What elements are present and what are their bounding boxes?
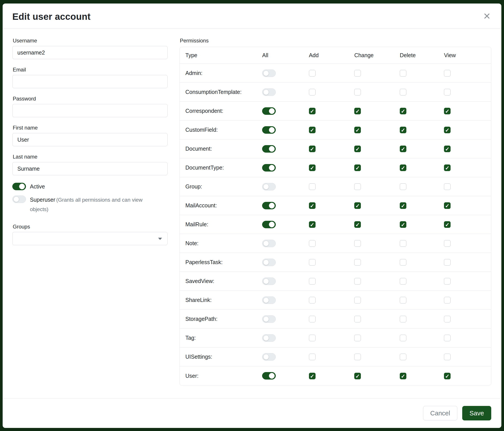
superuser-toggle[interactable]: [12, 196, 26, 203]
permission-row: PaperlessTask:: [180, 253, 491, 272]
view-checkbox[interactable]: [444, 316, 450, 322]
add-checkbox[interactable]: [309, 373, 315, 379]
all-toggle[interactable]: [262, 183, 276, 190]
add-checkbox[interactable]: [309, 259, 315, 266]
add-checkbox[interactable]: [309, 354, 315, 360]
change-checkbox[interactable]: [354, 202, 361, 209]
view-checkbox[interactable]: [444, 354, 450, 360]
view-checkbox[interactable]: [444, 335, 450, 341]
view-checkbox[interactable]: [444, 278, 450, 285]
all-toggle[interactable]: [262, 315, 276, 323]
add-checkbox[interactable]: [309, 221, 315, 228]
add-checkbox[interactable]: [309, 316, 315, 322]
active-toggle[interactable]: [12, 183, 26, 190]
view-checkbox[interactable]: [444, 127, 450, 133]
all-toggle[interactable]: [262, 296, 276, 304]
change-checkbox[interactable]: [354, 297, 361, 304]
change-checkbox[interactable]: [354, 259, 361, 266]
change-checkbox[interactable]: [354, 127, 361, 133]
view-checkbox[interactable]: [444, 89, 450, 95]
add-checkbox[interactable]: [309, 240, 315, 247]
view-checkbox[interactable]: [444, 221, 450, 228]
add-checkbox[interactable]: [309, 127, 315, 133]
add-checkbox[interactable]: [309, 146, 315, 152]
delete-checkbox[interactable]: [400, 354, 406, 360]
change-checkbox[interactable]: [354, 183, 361, 190]
delete-checkbox[interactable]: [400, 221, 406, 228]
view-checkbox[interactable]: [444, 146, 450, 152]
change-checkbox[interactable]: [354, 221, 361, 228]
change-checkbox[interactable]: [354, 240, 361, 247]
view-checkbox[interactable]: [444, 70, 450, 77]
change-checkbox[interactable]: [354, 354, 361, 360]
add-checkbox[interactable]: [309, 108, 315, 114]
close-icon[interactable]: ×: [482, 11, 491, 20]
delete-checkbox[interactable]: [400, 278, 406, 285]
all-toggle[interactable]: [262, 107, 276, 115]
all-toggle[interactable]: [262, 145, 276, 153]
save-button[interactable]: Save: [462, 406, 491, 421]
delete-checkbox[interactable]: [400, 127, 406, 133]
all-toggle[interactable]: [262, 259, 276, 266]
add-checkbox[interactable]: [309, 278, 315, 285]
change-checkbox[interactable]: [354, 108, 361, 114]
groups-select[interactable]: [12, 232, 168, 245]
all-toggle[interactable]: [262, 88, 276, 96]
all-toggle[interactable]: [262, 334, 276, 342]
view-checkbox[interactable]: [444, 164, 450, 171]
delete-checkbox[interactable]: [400, 259, 406, 266]
toggle-knob: [263, 354, 269, 360]
all-toggle[interactable]: [262, 70, 276, 77]
delete-checkbox[interactable]: [400, 240, 406, 247]
all-toggle[interactable]: [262, 353, 276, 361]
change-checkbox[interactable]: [354, 164, 361, 171]
delete-checkbox[interactable]: [400, 183, 406, 190]
add-checkbox[interactable]: [309, 335, 315, 341]
add-checkbox[interactable]: [309, 70, 315, 77]
view-checkbox[interactable]: [444, 183, 450, 190]
view-checkbox[interactable]: [444, 108, 450, 114]
add-checkbox[interactable]: [309, 297, 315, 304]
email-field[interactable]: [12, 75, 168, 88]
view-checkbox[interactable]: [444, 259, 450, 266]
view-checkbox[interactable]: [444, 373, 450, 379]
all-toggle[interactable]: [262, 164, 276, 171]
password-field[interactable]: [12, 104, 168, 117]
all-toggle[interactable]: [262, 372, 276, 379]
delete-checkbox[interactable]: [400, 297, 406, 304]
username-input[interactable]: [12, 46, 168, 59]
delete-checkbox[interactable]: [400, 164, 406, 171]
email-label: Email: [13, 67, 168, 73]
all-toggle[interactable]: [262, 278, 276, 285]
view-checkbox[interactable]: [444, 297, 450, 304]
all-toggle[interactable]: [262, 221, 276, 228]
cancel-button[interactable]: Cancel: [423, 406, 457, 421]
change-checkbox[interactable]: [354, 278, 361, 285]
add-checkbox[interactable]: [309, 164, 315, 171]
view-checkbox[interactable]: [444, 202, 450, 209]
delete-checkbox[interactable]: [400, 335, 406, 341]
all-toggle[interactable]: [262, 240, 276, 247]
delete-checkbox[interactable]: [400, 373, 406, 379]
change-checkbox[interactable]: [354, 89, 361, 95]
delete-checkbox[interactable]: [400, 316, 406, 322]
change-checkbox[interactable]: [354, 335, 361, 341]
add-checkbox[interactable]: [309, 202, 315, 209]
change-checkbox[interactable]: [354, 146, 361, 152]
last-name-field[interactable]: [12, 162, 168, 175]
delete-checkbox[interactable]: [400, 70, 406, 77]
delete-checkbox[interactable]: [400, 108, 406, 114]
change-checkbox[interactable]: [354, 70, 361, 77]
all-toggle[interactable]: [262, 202, 276, 209]
add-checkbox[interactable]: [309, 183, 315, 190]
view-checkbox[interactable]: [444, 240, 450, 247]
all-toggle[interactable]: [262, 126, 276, 134]
add-checkbox[interactable]: [309, 89, 315, 95]
change-checkbox[interactable]: [354, 316, 361, 322]
delete-checkbox[interactable]: [400, 202, 406, 209]
first-name-field[interactable]: [12, 133, 168, 146]
change-checkbox[interactable]: [354, 373, 361, 379]
permission-row: User:: [180, 366, 491, 385]
delete-checkbox[interactable]: [400, 89, 406, 95]
delete-checkbox[interactable]: [400, 146, 406, 152]
